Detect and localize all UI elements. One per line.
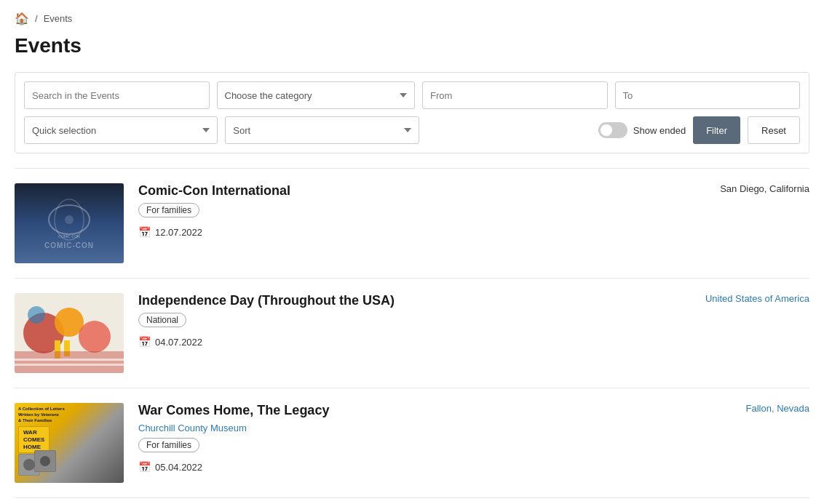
event-title: Comic-Con International <box>138 183 693 199</box>
event-date-value: 05.04.2022 <box>155 462 202 473</box>
event-date-value: 04.07.2022 <box>155 337 202 348</box>
event-info: War Comes Home, The Legacy Churchill Cou… <box>138 403 693 473</box>
breadcrumb-separator: / <box>35 13 38 24</box>
event-tag[interactable]: For families <box>138 203 199 217</box>
event-date: 📅 05.04.2022 <box>138 461 693 473</box>
event-date-value: 12.07.2022 <box>155 227 202 238</box>
breadcrumb: 🏠 / Events <box>15 12 809 25</box>
quick-selection-select[interactable]: Quick selectionThis weekThis monthNext m… <box>24 116 218 144</box>
event-card[interactable]: A Collection of LettersWritten by Vetera… <box>15 388 809 498</box>
svg-point-7 <box>79 321 111 353</box>
svg-rect-13 <box>15 364 124 366</box>
category-select[interactable]: Choose the categoryFor familiesNationalC… <box>217 81 416 109</box>
svg-rect-12 <box>15 359 124 361</box>
independence-thumb <box>15 293 124 373</box>
war-book-text: A Collection of LettersWritten by Vetera… <box>18 407 65 423</box>
from-date-input[interactable] <box>422 81 608 109</box>
reset-button[interactable]: Reset <box>748 116 800 144</box>
svg-text:COMIC-CON: COMIC-CON <box>58 234 80 239</box>
event-card[interactable]: Independence Day (Throughout the USA) Na… <box>15 278 809 388</box>
filter-bar: Choose the categoryFor familiesNationalC… <box>15 72 809 153</box>
war-photos-svg <box>18 450 69 479</box>
svg-rect-11 <box>15 351 124 373</box>
show-ended-toggle-container: Show ended <box>598 122 686 138</box>
event-thumbnail <box>15 293 124 373</box>
show-ended-label: Show ended <box>633 125 686 136</box>
breadcrumb-current: Events <box>44 13 73 24</box>
calendar-icon: 📅 <box>138 336 151 348</box>
svg-point-2 <box>65 215 74 224</box>
page-title: Events <box>15 34 809 57</box>
event-info: Comic-Con International For families 📅 1… <box>138 183 693 238</box>
event-title: War Comes Home, The Legacy <box>138 403 693 418</box>
event-thumbnail: A Collection of LettersWritten by Vetera… <box>15 403 124 483</box>
toggle-slider <box>598 122 627 138</box>
svg-point-18 <box>23 459 35 471</box>
independence-thumb-svg <box>15 293 124 373</box>
filter-row-2: Quick selectionThis weekThis monthNext m… <box>24 116 800 144</box>
svg-point-10 <box>28 306 45 324</box>
svg-point-19 <box>40 456 50 466</box>
event-title: Independence Day (Throughout the USA) <box>138 293 691 308</box>
filter-button[interactable]: Filter <box>693 116 740 144</box>
comiccon-thumb-svg: COMIC-CON <box>47 198 91 241</box>
event-location[interactable]: United States of America <box>705 293 809 304</box>
home-icon[interactable]: 🏠 <box>15 12 29 25</box>
show-ended-toggle[interactable] <box>598 122 627 138</box>
event-date: 📅 04.07.2022 <box>138 336 691 348</box>
event-location[interactable]: Fallon, Nevada <box>708 403 809 414</box>
event-tag[interactable]: National <box>138 313 186 327</box>
event-info: Independence Day (Throughout the USA) Na… <box>138 293 691 348</box>
search-input[interactable] <box>24 81 210 109</box>
war-thumb: A Collection of LettersWritten by Vetera… <box>15 403 124 483</box>
event-tag[interactable]: For families <box>138 438 199 452</box>
event-subtitle[interactable]: Churchill County Museum <box>138 423 693 433</box>
war-book-title-box: WARCOMESHOME <box>18 426 49 453</box>
calendar-icon: 📅 <box>138 461 151 473</box>
war-title-main: WARCOMESHOME <box>23 429 44 450</box>
to-date-input[interactable] <box>615 81 801 109</box>
event-date: 📅 12.07.2022 <box>138 226 693 238</box>
event-card[interactable]: COMIC-CON Comic-Con International For fa… <box>15 168 809 279</box>
event-thumbnail: COMIC-CON <box>15 183 124 263</box>
filter-row-1: Choose the categoryFor familiesNationalC… <box>24 81 800 109</box>
event-location: San Diego, California <box>708 183 809 194</box>
calendar-icon: 📅 <box>138 226 151 238</box>
sort-select[interactable]: SortDate ascendingDate descendingName A-… <box>225 116 419 144</box>
events-list: COMIC-CON Comic-Con International For fa… <box>15 168 809 497</box>
